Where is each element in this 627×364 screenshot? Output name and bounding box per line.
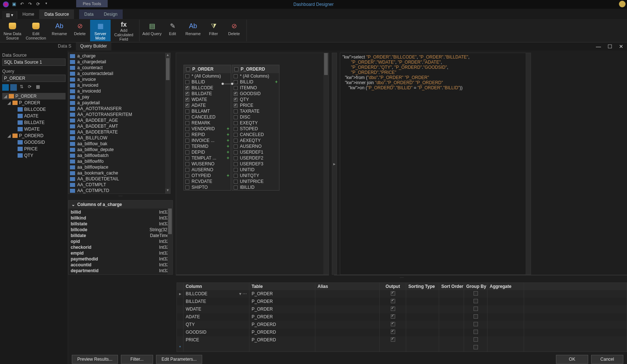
grid-row[interactable]: GOODSIDP_ORDERD: [177, 329, 627, 336]
field[interactable]: AUSERNO: [232, 143, 279, 149]
checkbox-icon[interactable]: [185, 98, 189, 102]
checkbox-icon[interactable]: [234, 133, 238, 137]
checkbox-icon[interactable]: [234, 104, 238, 108]
tool-grid-icon[interactable]: ▦: [34, 84, 41, 91]
tab-design[interactable]: Design: [99, 10, 122, 19]
filter-button[interactable]: ⧩Filter: [203, 20, 224, 41]
surface-scrollbar-v[interactable]: [323, 53, 329, 274]
tool-refresh-icon[interactable]: ⟳: [26, 84, 33, 91]
table-row[interactable]: AA_BADDEBT_AMT: [68, 123, 170, 129]
checkbox-icon[interactable]: [234, 150, 238, 154]
column-row[interactable]: billdateDateTime: [70, 233, 171, 239]
field[interactable]: BILLID+: [232, 79, 279, 85]
column-row[interactable]: departmentidInt32: [70, 268, 171, 274]
checkbox-icon[interactable]: [185, 185, 189, 189]
table-row[interactable]: aa_billflow_depute: [68, 147, 170, 153]
query-combo[interactable]: [2, 75, 66, 82]
field[interactable]: REMARK: [184, 120, 231, 126]
table-row[interactable]: a_invoice: [68, 76, 170, 82]
plus-icon[interactable]: +: [227, 132, 229, 137]
checkbox-icon[interactable]: [185, 156, 189, 160]
checkbox-icon[interactable]: [234, 185, 238, 189]
field[interactable]: SHIPTO: [184, 184, 231, 190]
plus-icon[interactable]: +: [227, 155, 229, 161]
field[interactable]: QTY: [232, 97, 279, 102]
plus-icon[interactable]: +: [227, 126, 229, 131]
field[interactable]: UNITQTY: [232, 173, 279, 179]
checkbox-icon[interactable]: [185, 92, 189, 96]
tree-field[interactable]: BILLDATE: [2, 119, 66, 126]
field[interactable]: CANCELED: [232, 132, 279, 138]
tool-2[interactable]: [10, 84, 17, 91]
field[interactable]: WDATE: [184, 97, 231, 102]
field[interactable]: IBILLID: [232, 184, 279, 190]
field[interactable]: INVOICE ...+: [184, 138, 231, 143]
design-surface[interactable]: P_ORDER * (All Columns)BILLIDBILLCODEBIL…: [176, 53, 329, 275]
doc-tab-data-s[interactable]: Data S: [53, 42, 76, 50]
checkbox-icon[interactable]: [234, 127, 238, 131]
output-checkbox[interactable]: [391, 299, 395, 303]
checkbox-icon[interactable]: [185, 127, 189, 131]
tree-field[interactable]: WDATE: [2, 126, 66, 132]
checkbox-icon[interactable]: [234, 92, 238, 96]
checkbox-icon[interactable]: [185, 150, 189, 154]
field[interactable]: CANCELED: [184, 114, 231, 120]
table-row[interactable]: AA_BADDEBTRATE: [68, 129, 170, 135]
checkbox-icon[interactable]: [185, 109, 189, 113]
field[interactable]: ITEMNO: [232, 85, 279, 91]
server-mode-button[interactable]: ▦Server Mode: [90, 20, 111, 41]
grid-row[interactable]: PRICEP_ORDERD: [177, 336, 627, 344]
field[interactable]: TERMID+: [184, 143, 231, 149]
colof-scrollbar[interactable]: [167, 209, 172, 274]
table-box-p-orderd[interactable]: P_ORDERD * (All Columns)BILLID+ITEMNOGOO…: [232, 65, 279, 191]
qat-dropdown-icon[interactable]: ▾: [43, 1, 49, 7]
grid-row[interactable]: BILLDATEP_ORDER: [177, 298, 627, 305]
tree-field[interactable]: PRICE: [2, 146, 66, 152]
close-icon[interactable]: ✕: [619, 44, 623, 49]
checkbox-icon[interactable]: [234, 180, 238, 184]
checkbox-icon[interactable]: [186, 67, 190, 71]
new-data-source-button[interactable]: New Data Source: [2, 20, 23, 41]
delete-query-button[interactable]: ⊘Delete: [224, 20, 244, 41]
tree-root[interactable]: ◢P_ORDER: [2, 93, 66, 100]
table-row[interactable]: a_invoicedd: [68, 88, 170, 94]
table-row[interactable]: AA_CDTMPLTD: [68, 188, 170, 194]
column-row[interactable]: shopidInt32: [70, 274, 171, 274]
checkbox-icon[interactable]: [185, 139, 189, 143]
grid-row[interactable]: ADATEP_ORDER: [177, 313, 627, 321]
col-output[interactable]: Output: [380, 283, 406, 290]
column-row[interactable]: billcodeString(32): [70, 227, 171, 233]
sql-scrollbar-v[interactable]: [526, 53, 531, 274]
column-row[interactable]: opidInt32: [70, 239, 171, 244]
col-table[interactable]: Table: [249, 283, 315, 290]
field[interactable]: WUSERNO: [184, 161, 231, 167]
checkbox-icon[interactable]: [234, 109, 238, 113]
groupby-checkbox[interactable]: [474, 291, 478, 296]
add-calculated-field-button[interactable]: fxAdd Calculated Field: [111, 20, 137, 41]
tab-home[interactable]: Home: [17, 10, 39, 19]
column-row[interactable]: paymethodidInt32: [70, 256, 171, 262]
join-endpoint[interactable]: [222, 83, 224, 85]
edit-parameters-button[interactable]: Edit Parameters...: [156, 355, 202, 364]
table-row[interactable]: AA_BILLFLOW: [68, 135, 170, 141]
field[interactable]: OTYPEID+: [184, 173, 231, 179]
checkbox-icon[interactable]: [234, 67, 238, 71]
filter-button[interactable]: Filter...: [121, 355, 153, 364]
field[interactable]: BILLCODE: [184, 85, 231, 91]
tree-field[interactable]: BILLCODE: [2, 106, 66, 113]
col-aggregate[interactable]: Aggregate: [487, 283, 524, 290]
column-row[interactable]: empidInt32: [70, 250, 171, 256]
checkbox-icon[interactable]: [234, 168, 238, 172]
field[interactable]: TEMPLAT ...+: [184, 155, 231, 161]
field[interactable]: DISC: [232, 114, 279, 120]
column-row[interactable]: accountidInt32: [70, 262, 171, 268]
checkbox-icon[interactable]: [234, 145, 238, 149]
checkbox-icon[interactable]: [185, 145, 189, 149]
groupby-checkbox[interactable]: [474, 330, 478, 334]
file-menu[interactable]: ▥ ▾: [2, 11, 17, 19]
grid-row[interactable]: ▸BILLCODE ▾ ⋯P_ORDER: [177, 290, 627, 298]
grid-row[interactable]: QTYP_ORDERD: [177, 321, 627, 329]
plus-icon[interactable]: +: [227, 138, 229, 143]
checkbox-icon[interactable]: [185, 174, 189, 178]
qat-refresh-icon[interactable]: ⟳: [35, 1, 41, 7]
